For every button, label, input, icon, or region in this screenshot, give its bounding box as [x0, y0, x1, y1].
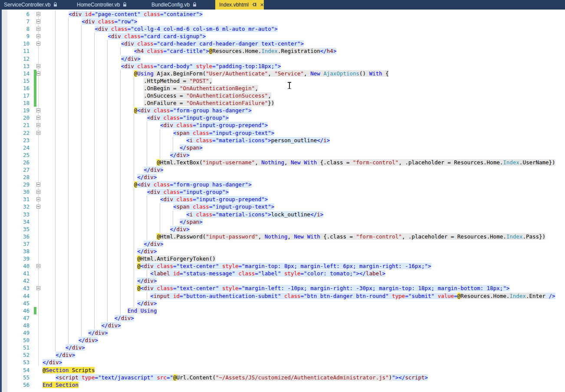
code-line[interactable]: 21 <div class="input-group-prepend">	[0, 121, 565, 129]
fold-toggle-icon[interactable]	[36, 42, 40, 46]
code-line[interactable]: 26 @Html.TextBox("input-username", Nothi…	[0, 159, 565, 166]
code-line[interactable]: 16 .OnBegin = "OnAuthenticationBegin",	[0, 85, 565, 92]
code-token: <	[95, 26, 98, 32]
code-line[interactable]: 49 </div>	[0, 329, 565, 336]
code-token: >	[199, 219, 203, 225]
code-token: class	[154, 263, 173, 269]
tab-index-vbhtml[interactable]: Index.vbhtml✕	[215, 0, 264, 10]
code-line[interactable]: 46 End Using	[0, 307, 565, 314]
code-token: div	[98, 26, 108, 32]
code-line[interactable]: 18 .OnFailure = "OnAuthenticationFailure…	[0, 99, 565, 107]
code-line[interactable]: 53</div>	[0, 359, 565, 366]
line-number: 44	[0, 292, 30, 300]
code-line[interactable]: 20 <div class="input-group">	[0, 114, 565, 121]
code-token: class	[154, 285, 173, 291]
fold-toggle-icon[interactable]	[36, 205, 40, 209]
fold-toggle-icon[interactable]	[36, 190, 40, 194]
fold-toggle-icon[interactable]	[36, 108, 40, 112]
change-bar	[34, 92, 36, 99]
code-token: >	[134, 18, 138, 25]
fold-toggle-icon[interactable]	[36, 72, 40, 75]
code-line[interactable]: 19 @<div class="form-group has-danger">	[0, 107, 565, 114]
code-line[interactable]: 36 @Html.Password("input-password", Noth…	[0, 233, 565, 240]
code-line[interactable]: 22 <span class="input-group-text">	[0, 129, 565, 137]
code-token: >	[137, 56, 141, 62]
code-line[interactable]: 17 .OnSuccess = "OnAuthenticationSuccess…	[0, 92, 565, 99]
code-line[interactable]: 41 <label id="status-message" class="lab…	[0, 270, 565, 277]
code-line[interactable]: 50 </div>	[0, 336, 565, 344]
indent-guides	[43, 99, 142, 107]
code-line[interactable]: 34 </span>	[0, 218, 565, 225]
pin-icon[interactable]	[252, 0, 257, 10]
tab-servicecontroller[interactable]: ServiceController.vb	[0, 0, 69, 10]
code-line[interactable]: 51 </div>	[0, 344, 565, 351]
fold-toggle-icon[interactable]	[36, 12, 40, 16]
code-line[interactable]: 37 </div>	[0, 240, 565, 248]
code-line[interactable]: 32 <span class="input-group-text">	[0, 203, 565, 210]
tab-bundleconfig[interactable]: BundleConfig.vb	[148, 0, 212, 10]
code-line[interactable]: 10 <div class="card-header card-header-d…	[0, 40, 565, 47]
code-token: @	[137, 263, 141, 269]
fold-toggle-icon[interactable]	[36, 64, 40, 68]
code-line[interactable]: 12 </div>	[0, 55, 565, 62]
fold-toggle-icon[interactable]	[36, 286, 40, 290]
code-token: , .placeholder = Resources.Home.	[402, 233, 506, 240]
code-line[interactable]: 30 <div class="input-group">	[0, 188, 565, 196]
fold-toggle-icon[interactable]	[36, 123, 40, 127]
code-line[interactable]: 33 <i class="material-icons">lock_outlin…	[0, 211, 565, 218]
fold-toggle-icon[interactable]	[36, 20, 40, 23]
code-token: class	[235, 270, 255, 277]
code-line[interactable]: 25 </div>	[0, 151, 565, 159]
code-line[interactable]: 28 </div>	[0, 173, 565, 181]
code-line[interactable]: 6 <div id="page-content" class="containe…	[0, 10, 565, 18]
code-line[interactable]: 9 <div class="card card-signup">	[0, 33, 565, 40]
indent-guides	[43, 166, 142, 173]
code-line[interactable]: 15 .HttpMethod = "POST",	[0, 77, 565, 85]
code-line[interactable]: 48 </div>	[0, 322, 565, 329]
code-line[interactable]: 29 @<div class="form-group has-danger">	[0, 181, 565, 188]
fold-toggle-icon[interactable]	[36, 27, 40, 31]
code-line[interactable]: 14 @Using Ajax.BeginForm("User/Authentic…	[0, 70, 565, 77]
code-line[interactable]: 43 @<div class="text-center" style="marg…	[0, 284, 565, 292]
code-line[interactable]: 52 </div>	[0, 351, 565, 359]
code-line[interactable]: 47 </div>	[0, 314, 565, 322]
code-line[interactable]: 31 <div class="input-group-prepend">	[0, 196, 565, 203]
tab-homecontroller[interactable]: HomeController.vb	[73, 0, 141, 10]
code-line[interactable]: 42 </div>	[0, 277, 565, 284]
fold-toggle-icon[interactable]	[36, 197, 40, 201]
fold-toggle-icon[interactable]	[36, 131, 40, 135]
code-line[interactable]: 7 <div class="row">	[0, 18, 565, 25]
code-line[interactable]: 27 </div>	[0, 166, 565, 173]
code-editor[interactable]: 6 <div id="page-content" class="containe…	[0, 10, 565, 392]
code-line[interactable]: 8 <div class="col-lg-4 col-md-6 col-sm-6…	[0, 25, 565, 33]
code-token: >	[248, 181, 252, 188]
code-line[interactable]: 45 </div>	[0, 300, 565, 307]
code-line[interactable]: 11 <h4 class="card-title">@Resources.Hom…	[0, 47, 565, 55]
code-line[interactable]: 35 </div>	[0, 225, 565, 233]
code-line[interactable]: 54@Section Scripts	[0, 366, 565, 374]
fold-toggle-icon[interactable]	[36, 116, 40, 120]
fold-toggle-icon[interactable]	[36, 183, 40, 186]
fold-toggle-icon[interactable]	[36, 34, 40, 38]
code-token: >	[160, 167, 164, 173]
code-line[interactable]: 13 <div class="card-body" style="padding…	[0, 62, 565, 70]
line-number: 26	[0, 159, 30, 166]
code-line[interactable]: 23 <i class="material-icons">person_outl…	[0, 137, 565, 144]
code-token: </	[66, 344, 72, 351]
code-line[interactable]: 55 <script type="text/javascript" src="@…	[0, 374, 565, 381]
code-token: Nothing	[265, 233, 288, 240]
code-line[interactable]: 44 <input id="button-authentication-subm…	[0, 292, 565, 300]
code-token: Resources.Home.	[460, 293, 509, 299]
code-line[interactable]: 39 @Html.AntiForgeryToken()	[0, 255, 565, 262]
code-token: >	[199, 144, 203, 151]
close-icon[interactable]: ✕	[260, 2, 264, 7]
line-number: 13	[0, 62, 30, 70]
code-line[interactable]: 38 </div>	[0, 248, 565, 255]
line-number: 43	[0, 284, 30, 292]
code-token: {	[382, 70, 389, 77]
code-line[interactable]: 40 @<div class="text-center" style="marg…	[0, 262, 565, 270]
fold-toggle-icon[interactable]	[36, 264, 40, 268]
code-line[interactable]: 24 </span>	[0, 144, 565, 151]
line-number: 27	[0, 166, 30, 173]
code-line[interactable]: 56End Section	[0, 381, 565, 389]
